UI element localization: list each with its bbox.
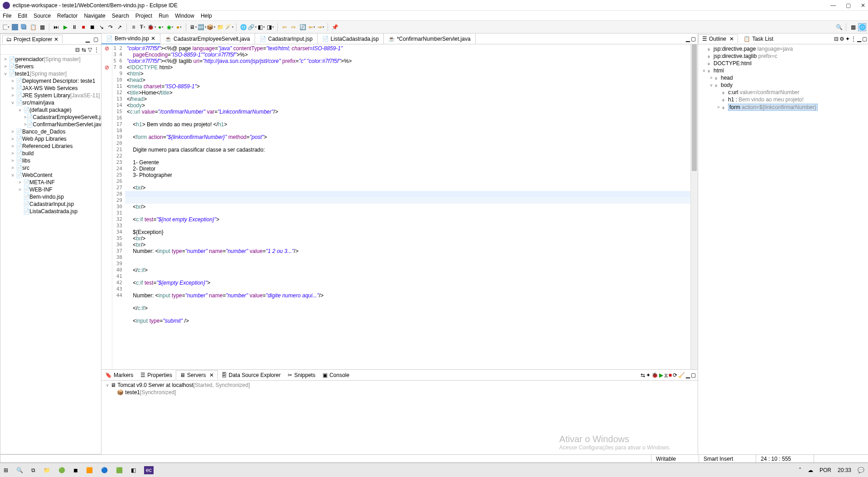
outline-item[interactable]: ⬨h1 : Bem vindo ao meu projeto! xyxy=(698,96,868,103)
project-tree[interactable]: >📄gerenciador [Spring master]>📄Serversv📄… xyxy=(0,55,101,454)
minimize-button[interactable]: — xyxy=(830,2,836,9)
server-node[interactable]: v🖥 Tomcat v9.0 Server at localhost [Star… xyxy=(104,382,695,389)
start-icon[interactable]: ⊞ xyxy=(4,467,8,473)
table-icon[interactable]: ▦ xyxy=(38,23,46,31)
tree-item[interactable]: v📄WebContent xyxy=(0,172,101,179)
minimize-view-icon[interactable]: ▁ xyxy=(84,36,91,43)
close-icon[interactable]: ✕ xyxy=(54,36,58,43)
link-icon[interactable]: ⇆ xyxy=(641,372,645,378)
tray-cloud-icon[interactable]: ☁ xyxy=(808,467,813,473)
switch-icon[interactable]: 📋 xyxy=(29,23,37,31)
refresh-icon[interactable]: 🔄 xyxy=(299,23,307,31)
stop-icon[interactable]: ■ xyxy=(79,23,87,31)
runlast-icon[interactable]: ● xyxy=(175,23,183,31)
tab-snippets[interactable]: ✂Snippets xyxy=(284,371,319,380)
coverage-icon[interactable]: ◉ xyxy=(166,23,174,31)
link-editor-icon[interactable]: ⇆ xyxy=(82,47,86,53)
outline-item[interactable]: ⬨c:url value=/confirmarNumber xyxy=(698,89,868,96)
next-icon[interactable]: ⇒ xyxy=(317,23,325,31)
outline-tree[interactable]: ⬨jsp:directive.page language=java⬨jsp:di… xyxy=(698,44,868,454)
folder-icon[interactable]: 📁 xyxy=(216,23,224,31)
pause-icon[interactable]: ⏸ xyxy=(70,23,78,31)
minimize-editor-icon[interactable]: ▁ xyxy=(686,36,690,42)
maximize-view-icon[interactable]: ▢ xyxy=(92,36,99,43)
collapse-icon[interactable]: ⊟ xyxy=(75,47,80,53)
menu-navigate[interactable]: Navigate xyxy=(84,13,105,19)
menu-refactor[interactable]: Refactor xyxy=(57,13,77,19)
app3-icon[interactable]: 🔵 xyxy=(101,467,108,473)
disconnect-icon[interactable]: ⏹ xyxy=(88,23,96,31)
link-icon[interactable]: 🔗 xyxy=(248,23,256,31)
server-icon[interactable]: 🖥 xyxy=(189,23,197,31)
tree-item[interactable]: >📄JAX-WS Web Services xyxy=(0,85,101,92)
tree-item[interactable]: 📄CadastrarInput.jsp xyxy=(0,200,101,208)
clean-icon[interactable]: 🧹 xyxy=(678,372,685,378)
stepinto-icon[interactable]: ↘ xyxy=(97,23,106,31)
code-editor[interactable]: ⊘ ⊘ 1 2 3 4 5 6 7 8 9 10 11 12 13 14 15 … xyxy=(101,44,698,369)
tree-item[interactable]: >📄JRE System Library [JavaSE-11] xyxy=(0,92,101,99)
outline-menu-icon[interactable]: ⋮ xyxy=(851,36,856,42)
server-module[interactable]: 📦 teste1 [Synchronized] xyxy=(104,389,695,396)
pin-icon[interactable]: 📌 xyxy=(331,23,339,31)
menu-source[interactable]: Source xyxy=(34,13,51,19)
tasklist-tab[interactable]: 📋Task List xyxy=(740,35,777,43)
app5-icon[interactable]: ◧ xyxy=(131,467,136,473)
menu-edit[interactable]: Edit xyxy=(18,13,27,19)
filter-icon[interactable]: ▽ xyxy=(88,47,92,53)
forward-icon[interactable]: ⇨ xyxy=(289,23,298,31)
tree-item[interactable]: >📄WEB-INF xyxy=(0,186,101,193)
tree-item[interactable]: >📄src xyxy=(0,164,101,172)
debug-icon[interactable]: 🐞 xyxy=(148,23,156,31)
outline-tab[interactable]: ☰Outline ✕ xyxy=(698,34,738,43)
menu-search[interactable]: Search xyxy=(112,13,129,19)
chrome-icon[interactable]: 🟢 xyxy=(58,467,65,473)
maximize-button[interactable]: ▢ xyxy=(846,2,851,9)
tree-item[interactable]: >📄build xyxy=(0,150,101,157)
start-icon[interactable]: ▶ xyxy=(659,372,663,378)
tree-item[interactable]: >📄Web App Libraries xyxy=(0,135,101,143)
outline-opt1-icon[interactable]: ⚙ xyxy=(839,36,844,42)
minimize-view-icon[interactable]: ▁ xyxy=(857,36,861,42)
menu-project[interactable]: Project xyxy=(135,13,152,19)
search-icon[interactable]: 🔍 xyxy=(835,23,843,31)
menu-window[interactable]: Window xyxy=(175,13,194,19)
tab-markers[interactable]: 🔖Markers xyxy=(101,371,137,380)
menu-icon[interactable]: ⋮ xyxy=(94,47,99,53)
new-icon[interactable] xyxy=(2,23,10,31)
tree-item[interactable]: >📄libs xyxy=(0,157,101,164)
save-icon[interactable] xyxy=(11,23,19,31)
new-server-icon[interactable]: ✦ xyxy=(646,372,651,378)
text-icon[interactable]: Ŧ xyxy=(139,23,147,31)
menu-help[interactable]: Help xyxy=(201,13,212,19)
outline-opt2-icon[interactable]: ✦ xyxy=(845,36,850,42)
tab-lista[interactable]: 📄ListaCadastrada.jsp xyxy=(318,33,384,44)
tree-item[interactable]: >📄META-INF xyxy=(0,179,101,186)
tray-up-icon[interactable]: ˄ xyxy=(799,467,801,473)
minimize-view-icon[interactable]: ▁ xyxy=(686,372,690,378)
menu-file[interactable]: File xyxy=(3,13,11,19)
stop-server-icon[interactable]: ■ xyxy=(669,372,672,378)
tree-item[interactable]: v📄src/main/java xyxy=(0,99,101,106)
profile-icon[interactable]: ⧖ xyxy=(664,372,668,378)
project-explorer-tab[interactable]: 🗂 Project Explorer ✕ xyxy=(2,35,63,43)
stepreturn-icon[interactable]: ↗ xyxy=(116,23,124,31)
tab-bemvindo[interactable]: 📄Bem-vindo.jsp✕ xyxy=(101,33,160,44)
eclipse-task-icon[interactable]: ec xyxy=(144,466,154,474)
tree-item[interactable]: >📄ConfirmarNumberServlet.java xyxy=(0,121,101,128)
tray-notif-icon[interactable]: 💬 xyxy=(858,467,864,473)
tree-item[interactable]: v📄teste1 [Spring master] xyxy=(0,70,101,77)
perspective-javaee-icon[interactable]: 🌐 xyxy=(858,23,866,31)
app4-icon[interactable]: 🟩 xyxy=(116,467,123,473)
outline-item[interactable]: ⬨jsp:directive.page language=java xyxy=(698,45,868,52)
maximize-view-icon[interactable]: ▢ xyxy=(691,372,696,378)
tree-item[interactable]: >📄gerenciador [Spring master] xyxy=(0,56,101,63)
maximize-view-icon[interactable]: ▢ xyxy=(862,36,867,42)
menu-run[interactable]: Run xyxy=(159,13,169,19)
explorer-icon[interactable]: 📁 xyxy=(43,467,50,473)
browser-icon[interactable]: 🌐 xyxy=(239,23,247,31)
tab-properties[interactable]: ☰Properties xyxy=(137,371,176,380)
app2-icon[interactable]: 🟧 xyxy=(86,467,93,473)
stepover-icon[interactable]: ↷ xyxy=(106,23,115,31)
close-icon[interactable]: ✕ xyxy=(151,35,155,42)
prev-icon[interactable]: ⇐ xyxy=(308,23,316,31)
